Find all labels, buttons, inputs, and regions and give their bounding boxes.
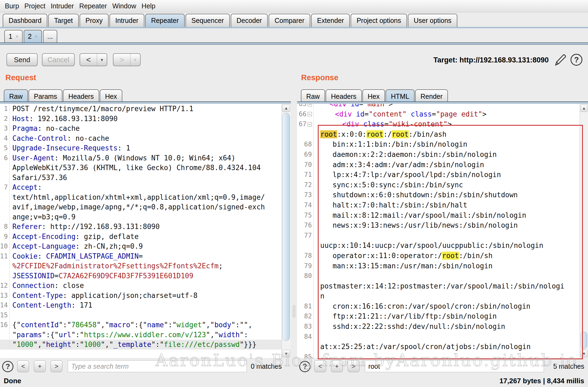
cancel-button[interactable]: Cancel (42, 53, 75, 66)
search-help-icon[interactable]: ? (2, 361, 13, 372)
line-number: 3 (0, 124, 10, 133)
line-text: User-Agent: Mozilla/5.0 (Windows NT 10.0… (10, 153, 236, 163)
code-line: 82ftp:x:21:21::/var/lib/ftp:/sbin/nologi… (297, 311, 580, 322)
code-line: uucp:x:10:14:uucp:/var/spool/uucppublic:… (297, 241, 580, 251)
request-tab-separator (0, 101, 291, 104)
view-tab-raw[interactable]: Raw (4, 89, 28, 103)
close-tab-icon[interactable]: × (16, 34, 18, 39)
code-line: at:x:25:25:at:/var/spool/cron/atjobs:/sb… (297, 342, 580, 352)
search-next-button[interactable]: > (51, 360, 62, 372)
view-tab-hex[interactable]: Hex (100, 89, 122, 103)
request-scrollbar[interactable]: ▲ ▼ (281, 104, 291, 358)
search-prev-button[interactable]: < (17, 360, 29, 372)
scroll-down-icon[interactable]: ▼ (282, 350, 290, 357)
view-tab-headers[interactable]: Headers (326, 89, 362, 103)
repeater-tab-[interactable]: ... (43, 30, 57, 43)
search-help-icon[interactable]: ? (299, 361, 311, 372)
panel-divider[interactable] (291, 87, 297, 375)
search-add-button[interactable]: + (34, 360, 46, 372)
scroll-up-icon[interactable]: ▲ (282, 104, 290, 112)
main-tab-decoder[interactable]: Decoder (231, 14, 268, 27)
forward-dropdown-icon[interactable]: ▾ (130, 54, 140, 66)
response-editor[interactable]: 65−<div id="main">66−<div id="content" c… (297, 104, 580, 358)
response-scrollbar[interactable]: ▲ ▼ (580, 104, 588, 358)
menu-item-help[interactable]: Help (139, 2, 158, 10)
menu-item-window[interactable]: Window (110, 2, 139, 10)
code-line: 78operator:x:11:0:operator:/root:/bin/sh (297, 251, 580, 261)
scroll-up-icon[interactable]: ▲ (580, 104, 587, 112)
edit-target-icon[interactable] (553, 53, 567, 67)
search-next-button[interactable]: > (348, 360, 359, 372)
code-line: 4Cache-Control: no-cache (0, 133, 281, 143)
line-number: 72 (297, 180, 314, 190)
scroll-down-icon[interactable]: ▼ (580, 350, 587, 357)
code-line: text/html,application/xhtml+xml,applicat… (0, 192, 281, 202)
back-dropdown-icon[interactable]: ▾ (97, 54, 107, 66)
view-tab-html[interactable]: HTML (386, 89, 415, 103)
main-tab-proxy[interactable]: Proxy (80, 14, 109, 27)
response-search-input[interactable] (365, 360, 544, 372)
menu-item-intruder[interactable]: Intruder (48, 2, 77, 10)
line-text: sync:x:5:0:sync:/sbin:/bin/sync (326, 180, 463, 190)
repeater-tab-1[interactable]: 1× (4, 30, 23, 43)
request-scrollbar-thumb[interactable] (283, 113, 290, 341)
menu-item-burp[interactable]: Burp (2, 2, 22, 10)
request-search-input[interactable] (68, 360, 247, 372)
close-tab-icon[interactable]: × (35, 34, 38, 39)
main-tab-extender[interactable]: Extender (311, 14, 350, 27)
back-arrow-icon[interactable]: < (80, 54, 97, 66)
code-line: AppleWebKit/537.36 (KHTML, like Gecko) C… (0, 163, 281, 173)
line-number: 77 (297, 231, 314, 241)
view-tab-raw[interactable]: Raw (301, 89, 325, 103)
line-text: Accept: (10, 182, 42, 192)
line-text: n (314, 291, 325, 301)
main-tab-target[interactable]: Target (48, 14, 79, 27)
line-text: <div id="content" class="page edit"> (329, 109, 487, 119)
main-tab-repeater[interactable]: Repeater (145, 14, 185, 27)
line-number: 78 (297, 251, 314, 261)
request-match-count: 0 matches (251, 363, 282, 370)
line-number (297, 291, 314, 301)
view-tab-headers[interactable]: Headers (63, 89, 99, 103)
line-number: 13 (0, 291, 10, 301)
code-line: 71lp:x:4:7:lp:/var/spool/lpd:/sbin/nolog… (297, 170, 580, 180)
view-tab-params[interactable]: Params (28, 89, 62, 103)
response-scrollbar-thumb[interactable] (581, 332, 587, 349)
code-line: postmaster:x:14:12:postmaster:/var/spool… (297, 281, 580, 291)
view-tab-hex[interactable]: Hex (362, 89, 385, 103)
search-prev-button[interactable]: < (314, 360, 326, 372)
collapse-icon[interactable]: − (308, 112, 312, 116)
code-line: 14Content-Length: 171 (0, 300, 281, 310)
code-line: 10Accept-Language: zh-CN,zh;q=0.9 (0, 241, 281, 251)
code-line: 12Connection: close (0, 281, 281, 291)
menu-bar: BurpProjectIntruderRepeaterWindowHelp (0, 0, 588, 12)
menu-item-repeater[interactable]: Repeater (77, 2, 110, 10)
main-tab-sequencer[interactable]: Sequencer (186, 14, 230, 27)
divider-grip-icon[interactable] (293, 305, 295, 318)
view-tab-render[interactable]: Render (415, 89, 448, 103)
collapse-icon[interactable]: − (308, 104, 312, 106)
menu-item-project[interactable]: Project (22, 2, 48, 10)
help-icon[interactable]: ? (571, 54, 582, 66)
code-line: 16{"contentId":"786458","macro":{"name":… (0, 320, 281, 330)
back-split-button[interactable]: < ▾ (80, 53, 107, 66)
forward-split-button[interactable]: > ▾ (113, 53, 141, 66)
repeater-tab-2[interactable]: 2× (24, 30, 42, 43)
main-tab-user-options[interactable]: User options (408, 14, 457, 27)
collapse-icon[interactable]: − (308, 122, 312, 126)
line-text: mail:x:8:12:mail:/var/spool/mail:/sbin/n… (326, 210, 526, 221)
search-add-button[interactable]: + (331, 360, 343, 372)
line-text: text/html,application/xhtml+xml,applicat… (10, 192, 265, 202)
forward-arrow-icon[interactable]: > (113, 54, 130, 66)
code-line: JSESSIONID=C7A2A62F69D9CF4D3F7F5391E601D… (0, 271, 281, 281)
main-tab-intruder[interactable]: Intruder (109, 14, 144, 27)
request-editor[interactable]: 1POST /rest/tinymce/1/macro/preview HTTP… (0, 104, 281, 358)
code-line: 80 (297, 271, 580, 281)
send-button[interactable]: Send (6, 53, 38, 66)
line-text: Content-Length: 171 (10, 300, 92, 310)
main-tab-comparer[interactable]: Comparer (269, 14, 310, 27)
line-text: Pragma: no-cache (10, 124, 80, 133)
main-tab-project-options[interactable]: Project options (351, 14, 407, 27)
line-number: 85 (297, 352, 314, 358)
main-tab-dashboard[interactable]: Dashboard (3, 14, 47, 27)
